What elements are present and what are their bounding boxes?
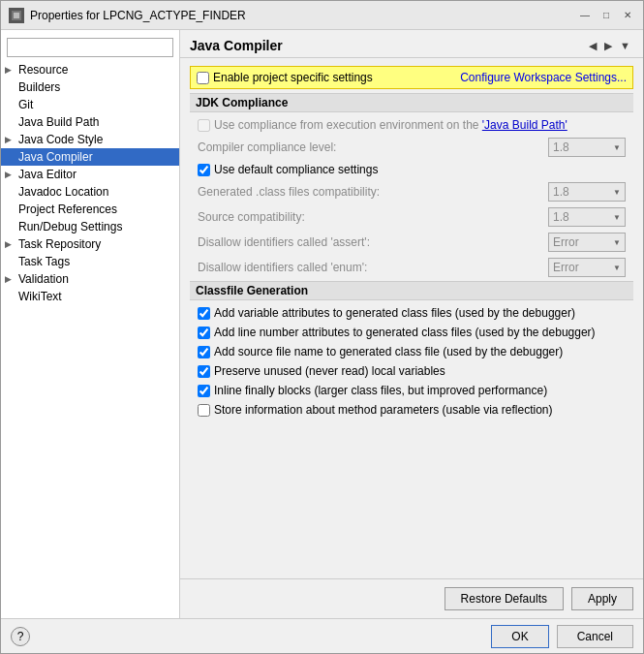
sidebar-item-label: Java Compiler: [18, 150, 93, 164]
classfile-checkbox-0[interactable]: [198, 307, 210, 320]
classfile-label-3: Preserve unused (never read) local varia…: [214, 364, 445, 378]
assert-row: Disallow identifiers called 'assert': Er…: [190, 231, 633, 254]
sidebar-item-java-compiler[interactable]: Java Compiler: [1, 148, 179, 166]
nav-arrows: ◀ ▶ ▼: [586, 39, 633, 53]
apply-button[interactable]: Apply: [571, 587, 633, 610]
use-default-label[interactable]: Use default compliance settings: [214, 163, 378, 176]
generated-value: 1.8: [553, 185, 569, 199]
assert-dropdown[interactable]: Error ▼: [548, 233, 626, 252]
configure-workspace-link[interactable]: Configure Workspace Settings...: [460, 71, 627, 84]
minimize-button[interactable]: —: [577, 8, 593, 23]
enable-specific-checkbox[interactable]: [197, 72, 209, 84]
restore-defaults-button[interactable]: Restore Defaults: [445, 587, 564, 610]
footer: ? OK Cancel: [1, 618, 643, 653]
sidebar-item-label: Run/Debug Settings: [18, 220, 122, 234]
sidebar-item-label: Java Code Style: [18, 133, 103, 146]
svg-rect-1: [14, 13, 19, 18]
chevron-down-icon: ▼: [613, 264, 621, 272]
classfile-label-1: Add line number attributes to generated …: [214, 326, 596, 339]
chevron-down-icon: ▼: [613, 143, 621, 152]
classfile-checkbox-3[interactable]: [198, 365, 210, 378]
classfile-item-1: Add line number attributes to generated …: [190, 324, 633, 341]
sidebar-item-javadoc-location[interactable]: Javadoc Location: [1, 183, 179, 201]
source-label: Source compatibility:: [198, 210, 548, 224]
sidebar-item-label: Java Editor: [18, 168, 77, 181]
window: Properties for LPCNG_ACTYPE_FINDER — □ ✕…: [0, 0, 644, 654]
bottom-bar: Restore Defaults Apply: [180, 578, 643, 618]
classfile-checkbox-5[interactable]: [198, 404, 210, 417]
use-default-checkbox[interactable]: [198, 164, 210, 176]
sidebar-item-project-references[interactable]: Project References: [1, 201, 179, 218]
classfile-item-5: Store information about method parameter…: [190, 401, 633, 419]
sidebar-item-validation[interactable]: ▶ Validation: [1, 270, 179, 288]
generated-row: Generated .class files compatibility: 1.…: [190, 180, 633, 203]
expand-icon: ▶: [5, 239, 18, 249]
classfile-item-3: Preserve unused (never read) local varia…: [190, 362, 633, 380]
content-header: Java Compiler ◀ ▶ ▼: [180, 30, 643, 58]
sidebar-item-java-build-path[interactable]: Java Build Path: [1, 113, 179, 131]
classfile-checkbox-1[interactable]: [198, 327, 210, 339]
chevron-down-icon: ▼: [613, 238, 621, 247]
main-area: ▶ Resource Builders Git Java Build Path …: [1, 30, 643, 618]
use-compliance-label: Use compliance from execution environmen…: [214, 118, 567, 132]
source-row: Source compatibility: 1.8 ▼: [190, 205, 633, 229]
chevron-down-icon: ▼: [613, 213, 621, 222]
expand-icon: ▶: [5, 65, 18, 75]
classfile-label-5: Store information about method parameter…: [214, 403, 553, 417]
sidebar-item-java-code-style[interactable]: ▶ Java Code Style: [1, 131, 179, 148]
enum-dropdown[interactable]: Error ▼: [548, 258, 626, 277]
help-button[interactable]: ?: [11, 627, 30, 646]
ok-button[interactable]: OK: [491, 625, 548, 648]
nav-back-button[interactable]: ◀: [586, 39, 599, 53]
nav-forward-button[interactable]: ▶: [601, 39, 615, 53]
assert-label: Disallow identifiers called 'assert':: [198, 235, 548, 249]
sidebar-item-resource[interactable]: ▶ Resource: [1, 61, 179, 78]
use-compliance-checkbox[interactable]: [198, 119, 210, 132]
compliance-level-label: Compiler compliance level:: [198, 140, 548, 154]
compliance-level-value: 1.8: [553, 140, 569, 154]
expand-icon: ▶: [5, 135, 18, 144]
jdk-section-header: JDK Compliance: [190, 93, 633, 112]
expand-icon: ▶: [5, 274, 18, 284]
classfile-label-0: Add variable attributes to generated cla…: [214, 306, 575, 320]
enum-label: Disallow identifiers called 'enum':: [198, 261, 548, 274]
sidebar-item-builders[interactable]: Builders: [1, 78, 179, 96]
sidebar-item-task-repository[interactable]: ▶ Task Repository: [1, 235, 179, 253]
close-button[interactable]: ✕: [620, 8, 635, 23]
cancel-button[interactable]: Cancel: [557, 625, 633, 648]
generated-label: Generated .class files compatibility:: [198, 185, 548, 199]
sidebar-item-label: WikiText: [18, 290, 62, 303]
sidebar-item-label: Task Repository: [18, 237, 101, 251]
compliance-level-dropdown[interactable]: 1.8 ▼: [548, 138, 626, 157]
use-compliance-row: Use compliance from execution environmen…: [190, 116, 633, 134]
sidebar-item-label: Validation: [18, 272, 69, 286]
classfile-label-2: Add source file name to generated class …: [214, 345, 563, 358]
sidebar-item-label: Git: [18, 98, 33, 111]
classfile-checkbox-2[interactable]: [198, 346, 210, 358]
maximize-button[interactable]: □: [598, 8, 614, 23]
sidebar-item-git[interactable]: Git: [1, 96, 179, 113]
sidebar-item-run-debug[interactable]: Run/Debug Settings: [1, 218, 179, 235]
source-dropdown[interactable]: 1.8 ▼: [548, 207, 626, 227]
window-title: Properties for LPCNG_ACTYPE_FINDER: [30, 9, 571, 22]
classfile-item-2: Add source file name to generated class …: [190, 343, 633, 360]
generated-dropdown[interactable]: 1.8 ▼: [548, 182, 626, 202]
page-title: Java Compiler: [190, 38, 283, 53]
enable-specific-label[interactable]: Enable project specific settings: [213, 71, 373, 84]
sidebar: ▶ Resource Builders Git Java Build Path …: [1, 30, 180, 618]
sidebar-item-label: Java Build Path: [18, 115, 99, 129]
classfile-label-4: Inline finally blocks (larger class file…: [214, 384, 547, 397]
chevron-down-icon: ▼: [613, 188, 621, 197]
sidebar-item-label: Project References: [18, 202, 117, 216]
sidebar-item-java-editor[interactable]: ▶ Java Editor: [1, 166, 179, 183]
enable-specific-settings-row: Enable project specific settings Configu…: [190, 66, 633, 89]
search-input[interactable]: [7, 38, 173, 57]
source-value: 1.8: [553, 210, 569, 224]
classfile-checkbox-4[interactable]: [198, 385, 210, 397]
enum-value: Error: [553, 261, 579, 274]
compliance-level-row: Compiler compliance level: 1.8 ▼: [190, 136, 633, 159]
sidebar-item-task-tags[interactable]: Task Tags: [1, 253, 179, 270]
nav-menu-button[interactable]: ▼: [617, 39, 633, 52]
sidebar-item-wikitext[interactable]: WikiText: [1, 288, 179, 305]
classfile-item-0: Add variable attributes to generated cla…: [190, 304, 633, 322]
